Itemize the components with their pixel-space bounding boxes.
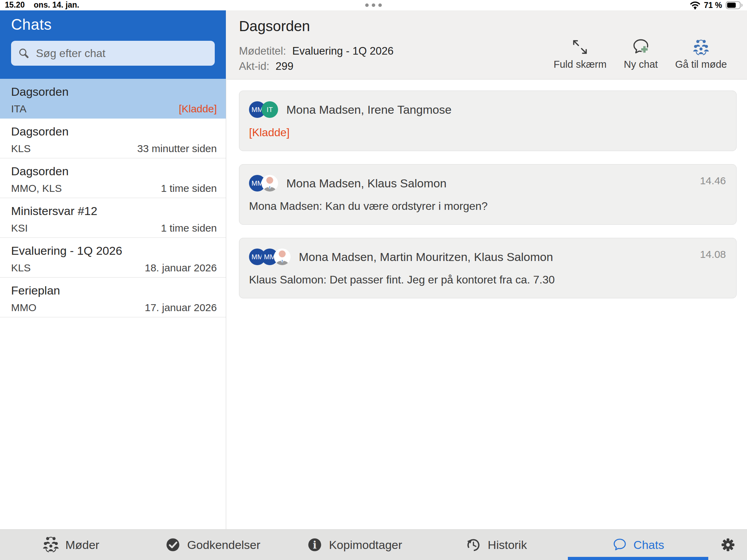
chat-bubble-icon: [612, 537, 627, 552]
fullscreen-button[interactable]: Fuld skærm: [554, 37, 607, 70]
person-photo-avatar: [274, 249, 290, 265]
chat-item-title: Dagsorden: [11, 84, 217, 99]
chat-card-time: 14.08: [700, 249, 726, 260]
akt-id-label: Akt-id:: [239, 60, 269, 73]
chat-item-title: Ferieplan: [11, 283, 217, 298]
chat-card-time: 14.46: [700, 175, 726, 187]
chat-item-timestamp: 18. januar 2026: [145, 262, 217, 274]
tab-label: Chats: [634, 538, 664, 552]
chat-card-last-message: Klaus Salomon: Det passer fint. Jeg er p…: [249, 273, 726, 286]
status-bar: 15.20 ons. 14. jan. 71 %: [0, 0, 747, 10]
go-to-meeting-button[interactable]: Gå til møde: [675, 37, 727, 70]
chat-list-item[interactable]: Ministersvar #12KSI1 time siden: [0, 198, 226, 238]
main-panel: Dagsorden Mødetitel: Evaluering - 1Q 202…: [227, 10, 747, 529]
chat-card-participants: Mona Madsen, Martin Mouritzen, Klaus Sal…: [299, 250, 553, 264]
toolbar: Fuld skærm Ny chat: [554, 37, 727, 70]
chat-list-item[interactable]: DagsordenMMO, KLS1 time siden: [0, 158, 226, 198]
meeting-title-label: Mødetitel:: [239, 45, 286, 57]
akt-id-value: 299: [276, 60, 294, 73]
fullscreen-icon: [571, 37, 589, 56]
history-icon: [465, 537, 481, 553]
settings-gear-button[interactable]: [709, 530, 747, 560]
tab-label: Historik: [488, 538, 527, 552]
meeting-title-value: Evaluering - 1Q 2026: [292, 45, 394, 57]
avatar-group: MM: [249, 175, 278, 192]
tab-chats[interactable]: Chats: [567, 530, 709, 560]
battery-percent: 71 %: [704, 1, 722, 10]
chat-item-title: Dagsorden: [11, 164, 217, 178]
main-header: Dagsorden Mødetitel: Evaluering - 1Q 202…: [227, 10, 747, 80]
chat-list-item[interactable]: Evaluering - 1Q 2026KLS18. januar 2026: [0, 238, 226, 278]
new-chat-label: Ny chat: [624, 59, 658, 70]
chat-card-participants: Mona Madsen, Klaus Salomon: [286, 177, 446, 190]
chat-item-title: Evaluering - 1Q 2026: [11, 243, 217, 258]
page-title: Dagsorden: [239, 18, 310, 35]
go-to-meeting-label: Gå til møde: [675, 59, 727, 70]
chat-card[interactable]: MMMM Mona Madsen, Martin Mouritzen, Klau…: [239, 238, 737, 298]
new-chat-button[interactable]: Ny chat: [624, 37, 658, 70]
tab-history[interactable]: Historik: [425, 530, 567, 560]
meeting-icon: [43, 536, 59, 553]
chat-search-box[interactable]: [11, 41, 215, 66]
new-chat-icon: [631, 37, 650, 56]
tab-copy-recipients[interactable]: i Kopimodtager: [284, 530, 425, 560]
tab-label: Møder: [65, 538, 99, 552]
gear-icon: [720, 537, 736, 553]
chat-card-participants: Mona Madsen, Irene Tangmose: [286, 103, 452, 116]
svg-text:i: i: [313, 539, 317, 551]
tab-meetings[interactable]: Møder: [0, 530, 142, 560]
wifi-icon: [690, 1, 701, 10]
chat-item-participants: MMO: [11, 302, 36, 314]
avatar-group: MMIT: [249, 101, 278, 118]
search-input[interactable]: [35, 47, 208, 60]
multitasking-indicator[interactable]: [365, 3, 382, 7]
fullscreen-label: Fuld skærm: [554, 59, 607, 70]
chat-list-item[interactable]: DagsordenITA[Kladde]: [0, 79, 226, 119]
search-icon: [18, 47, 30, 59]
chat-item-timestamp: 1 time siden: [161, 222, 217, 234]
chat-app-window: 15.20 ons. 14. jan. 71 %: [0, 0, 747, 560]
avatar-group: MMMM: [249, 249, 290, 265]
chat-item-participants: MMO, KLS: [11, 183, 62, 194]
initials-avatar: IT: [261, 101, 278, 118]
chat-card[interactable]: MM Mona Madsen, Klaus Salomon14.46Mona M…: [239, 164, 737, 225]
meeting-icon: [693, 39, 709, 56]
clock-time: 15.20: [5, 0, 25, 10]
battery-icon: [726, 1, 744, 10]
sidebar: Chats DagsordenITA[Kladde]DagsordenKLS33…: [0, 10, 226, 529]
sidebar-title: Chats: [11, 16, 215, 33]
chat-list-item[interactable]: DagsordenKLS33 minutter siden: [0, 119, 226, 158]
chat-item-timestamp: 33 minutter siden: [137, 143, 217, 155]
go-to-meeting-icon: [693, 37, 709, 56]
chat-card-draft-badge: [Kladde]: [249, 126, 726, 139]
chat-item-participants: KLS: [11, 262, 31, 274]
chat-card-last-message: Mona Madsen: Kan du være ordstyrer i mor…: [249, 200, 726, 213]
chat-item-participants: KLS: [11, 143, 31, 155]
sidebar-header: Chats: [0, 10, 226, 79]
history-icon: [465, 537, 481, 553]
tab-label: Godkendelser: [187, 538, 260, 552]
status-date: ons. 14. jan.: [34, 0, 80, 10]
chat-item-title: Dagsorden: [11, 124, 217, 139]
bottom-tab-bar: Møder Godkendelser i Kopimodtager Histor…: [0, 529, 747, 560]
chat-bubble-icon: [612, 537, 627, 552]
chat-item-participants: KSI: [11, 222, 28, 234]
chat-card[interactable]: MMITMona Madsen, Irene Tangmose[Kladde]: [239, 91, 737, 151]
meeting-icon: [43, 536, 59, 553]
chat-list-item[interactable]: FerieplanMMO17. januar 2026: [0, 278, 226, 317]
chat-item-timestamp: 17. januar 2026: [145, 302, 217, 314]
tab-approvals[interactable]: Godkendelser: [142, 530, 284, 560]
info-circle-icon: i: [307, 537, 323, 553]
person-photo-avatar: [261, 175, 278, 192]
chat-item-draft-badge: [Kladde]: [179, 103, 217, 115]
chat-card-list: MMITMona Madsen, Irene Tangmose[Kladde]M…: [227, 80, 747, 298]
chat-item-timestamp: 1 time siden: [161, 183, 217, 194]
check-circle-icon: [165, 537, 181, 553]
chat-list: DagsordenITA[Kladde]DagsordenKLS33 minut…: [0, 79, 226, 317]
check-circle-icon: [165, 537, 181, 553]
chat-item-participants: ITA: [11, 103, 26, 115]
info-circle-icon: i: [307, 537, 323, 553]
chat-item-title: Ministersvar #12: [11, 204, 217, 218]
tab-label: Kopimodtager: [329, 538, 402, 552]
